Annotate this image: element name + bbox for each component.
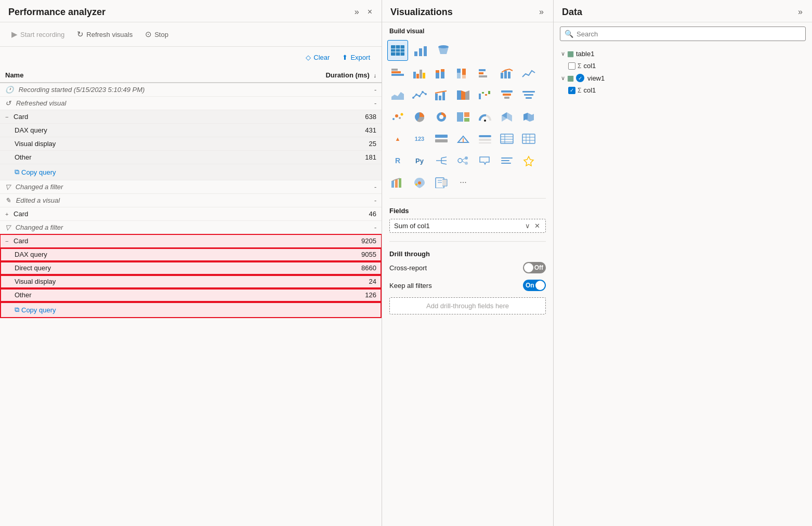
expand-data-button[interactable]: » — [795, 5, 806, 19]
refresh-visuals-button[interactable]: ↻ Refresh visuals — [72, 27, 138, 42]
copy-query-button-2[interactable]: ⧉ Copy query — [15, 305, 56, 315]
row-copy-query-cell: ⧉ Copy query — [0, 302, 271, 318]
chart-stacked-col[interactable] — [431, 63, 452, 84]
chart-clustered-col[interactable] — [409, 63, 430, 84]
svg-rect-16 — [436, 73, 439, 78]
chart-paginated[interactable] — [431, 172, 452, 193]
chart-qa-visual[interactable] — [475, 150, 495, 171]
chart-kpi[interactable] — [453, 128, 474, 149]
chart-funnel-v[interactable] — [496, 85, 517, 106]
field-expand-button[interactable]: ∨ — [524, 222, 531, 230]
start-recording-button[interactable]: ▶ Start recording — [6, 27, 70, 42]
chart-decomposition-tree[interactable] — [431, 150, 452, 171]
copy-icon: ⧉ — [15, 168, 19, 176]
chart-smart-narrative[interactable] — [496, 150, 517, 171]
svg-point-31 — [412, 97, 414, 99]
svg-rect-65 — [479, 139, 491, 141]
chart-stacked-bar[interactable] — [387, 63, 408, 84]
table1-label: table1 — [576, 50, 594, 58]
chart-table-visual[interactable] — [496, 128, 517, 149]
chart-map[interactable] — [496, 107, 517, 127]
svg-point-55 — [439, 115, 443, 119]
chart-combo[interactable] — [496, 63, 517, 84]
chart-100pct-col[interactable] — [453, 63, 474, 84]
view-icon: ▦ — [567, 74, 574, 82]
stop-button[interactable]: ⊙ Stop — [140, 27, 174, 42]
col1-checkbox-checked: ✓ — [568, 87, 575, 94]
cross-report-toggle[interactable]: Off — [523, 262, 546, 273]
expand-viz-button[interactable]: » — [536, 5, 547, 19]
chevron-down-icon-2: ∨ — [561, 75, 565, 82]
chart-azure-map-2[interactable] — [409, 172, 430, 193]
chart-python-visual[interactable]: Py — [409, 150, 430, 171]
chevron-down-icon: ∨ — [561, 50, 565, 57]
chart-r-visual[interactable]: R — [387, 150, 408, 171]
field-chip-actions: ∨ ✕ — [524, 222, 541, 230]
clear-button[interactable]: ◇ Clear — [300, 51, 335, 64]
chart-area[interactable] — [387, 85, 408, 106]
chart-bar-line[interactable] — [431, 85, 452, 106]
view1-label: view1 — [587, 74, 605, 82]
row-name-cell: + Card — [0, 207, 271, 221]
drill-through-field-placeholder: Add drill-through fields here — [389, 297, 546, 314]
chart-card-visual[interactable]: 123 — [409, 128, 430, 149]
chart-line[interactable] — [518, 63, 539, 84]
chart-type-table-button[interactable] — [387, 40, 408, 61]
chart-slicer[interactable] — [475, 128, 495, 149]
chart-azure-map[interactable]: ▲ — [387, 128, 408, 149]
svg-rect-58 — [464, 118, 469, 122]
keep-filters-label: Keep all filters — [389, 282, 432, 290]
export-icon: ⬆ — [342, 54, 348, 61]
cross-report-label: Cross-report — [389, 264, 427, 272]
keep-filters-toggle[interactable]: On — [523, 280, 546, 291]
chart-type-grid: ▲ 123 R Py — [382, 61, 553, 195]
search-icon: 🔍 — [565, 30, 573, 38]
row-duration-cell: 431 — [271, 124, 382, 137]
chart-type-funnel-button[interactable] — [433, 40, 454, 61]
export-button[interactable]: ⬆ Export — [337, 51, 375, 64]
drill-through-label: Drill through — [389, 250, 546, 258]
row-duration-cell: - — [271, 180, 382, 194]
search-input[interactable] — [577, 30, 801, 38]
chart-matrix[interactable] — [518, 128, 539, 149]
chart-pie[interactable] — [409, 107, 430, 127]
chart-treemap[interactable] — [453, 107, 474, 127]
chart-multi-row-card[interactable] — [431, 128, 452, 149]
perf-panel-header: Performance analyzer » × — [0, 0, 382, 22]
chart-filled-map[interactable] — [518, 107, 539, 127]
row-duration-cell: 8660 — [271, 261, 382, 275]
collapse-icon-2: − — [5, 238, 8, 244]
chart-line-markers[interactable] — [409, 85, 430, 106]
svg-point-50 — [395, 114, 398, 117]
tree-item-col1-view1[interactable]: ✓ Σ col1 — [558, 84, 808, 96]
tree-item-col1-table1[interactable]: Σ col1 — [558, 60, 808, 72]
chart-metrics[interactable] — [387, 172, 408, 193]
chart-clustered-bar[interactable] — [475, 63, 495, 84]
chart-key-influencers[interactable] — [453, 150, 474, 171]
chart-waterfall[interactable] — [475, 85, 495, 106]
field-remove-button[interactable]: ✕ — [533, 222, 541, 230]
clock-icon: 🕐 — [5, 86, 14, 94]
chart-gauge[interactable] — [475, 107, 495, 127]
expand-panel-button[interactable]: » — [351, 5, 362, 19]
tree-item-view1[interactable]: ∨ ▦ ✓ view1 — [558, 72, 808, 84]
chart-type-bar2-button[interactable] — [410, 40, 431, 61]
chart-filter-visual[interactable] — [518, 85, 539, 106]
close-panel-button[interactable]: × — [364, 5, 375, 19]
row-name-cell: Other — [0, 288, 271, 302]
chart-goals[interactable] — [518, 150, 539, 171]
svg-rect-60 — [435, 135, 448, 138]
svg-rect-88 — [501, 160, 509, 161]
svg-point-59 — [484, 120, 486, 122]
row-duration-cell: 126 — [271, 288, 382, 302]
tree-item-table1[interactable]: ∨ ▦ table1 — [558, 47, 808, 60]
chart-ribbon[interactable] — [453, 85, 474, 106]
svg-rect-13 — [416, 74, 419, 78]
svg-rect-14 — [420, 70, 422, 78]
chart-donut[interactable] — [431, 107, 452, 127]
svg-rect-66 — [479, 142, 491, 143]
chart-more[interactable]: ··· — [453, 172, 474, 193]
row-duration-cell: 46 — [271, 207, 382, 221]
chart-scatter[interactable] — [387, 107, 408, 127]
copy-query-button-1[interactable]: ⧉ Copy query — [15, 167, 56, 177]
